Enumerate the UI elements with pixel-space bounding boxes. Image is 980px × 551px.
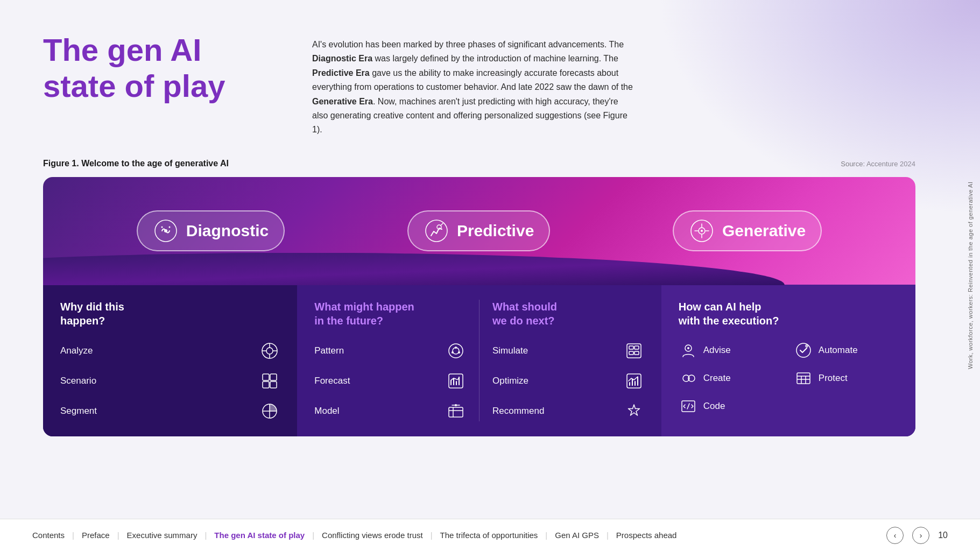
item-segment: Segment <box>60 401 280 421</box>
next-button[interactable]: › <box>912 527 929 544</box>
svg-rect-40 <box>634 351 639 355</box>
header-section: The gen AI state of play AI's evolution … <box>43 32 915 137</box>
bottom-nav: Contents | Preface | Executive summary |… <box>0 519 980 551</box>
predictive-q1: What might happenin the future? <box>314 300 466 328</box>
create-icon <box>679 369 698 388</box>
svg-point-24 <box>455 347 457 349</box>
nav-gen-ai-gps[interactable]: Gen AI GPS <box>555 531 599 540</box>
predictive-right-items: Simulate <box>492 341 644 421</box>
generative-icon <box>689 218 715 244</box>
item-pattern: Pattern <box>314 341 466 361</box>
nav-contents[interactable]: Contents <box>32 531 65 540</box>
source-text: Source: Accenture 2024 <box>841 160 915 168</box>
svg-rect-15 <box>263 374 269 380</box>
item-optimize: Optimize <box>492 371 644 391</box>
svg-point-25 <box>458 351 460 354</box>
svg-rect-16 <box>270 374 277 380</box>
predictive-left: What might happenin the future? Pattern <box>314 300 480 421</box>
era-diagnostic: Diagnostic <box>137 210 285 251</box>
item-scenario: Scenario <box>60 371 280 391</box>
figure-title: Figure 1. Welcome to the age of generati… <box>43 159 229 168</box>
svg-point-48 <box>796 343 810 357</box>
content-area: The gen AI state of play AI's evolution … <box>0 0 958 519</box>
page-title: The gen AI state of play <box>43 32 269 137</box>
page-number: 10 <box>938 531 948 540</box>
nav-executive-summary[interactable]: Executive summary <box>127 531 198 540</box>
svg-point-49 <box>805 344 808 348</box>
svg-point-3 <box>168 226 170 228</box>
segment-icon <box>259 401 280 421</box>
sep5: | <box>431 531 433 540</box>
svg-rect-52 <box>797 373 810 384</box>
sep2: | <box>117 531 119 540</box>
nav-controls: ‹ › 10 <box>886 527 948 544</box>
simulate-icon <box>624 341 644 361</box>
item-protect: Protect <box>794 369 898 388</box>
nav-trifecta[interactable]: The trifecta of opportunities <box>440 531 538 540</box>
analyze-icon <box>259 341 280 361</box>
item-automate: Automate <box>794 341 898 360</box>
item-forecast: Forecast <box>314 371 466 391</box>
svg-line-58 <box>687 404 689 409</box>
item-advise: Advise <box>679 341 783 360</box>
svg-point-1 <box>164 229 167 232</box>
predictive-q2: What shouldwe do next? <box>492 300 644 328</box>
model-icon <box>446 401 466 421</box>
item-simulate: Simulate <box>492 341 644 361</box>
item-code: Code <box>679 397 783 416</box>
svg-point-22 <box>449 344 463 358</box>
predictive-left-items: Pattern <box>314 341 466 421</box>
svg-point-8 <box>701 230 703 232</box>
era-predictive: Predictive <box>407 210 550 251</box>
svg-rect-38 <box>634 346 639 349</box>
generative-question: How can AI helpwith the execution? <box>679 300 898 328</box>
pattern-icon <box>446 341 466 361</box>
svg-point-2 <box>161 226 163 228</box>
predictive-icon <box>424 218 449 244</box>
scenario-icon <box>259 371 280 391</box>
svg-point-4 <box>426 220 447 242</box>
predictive-right: What shouldwe do next? Simulate <box>480 300 644 421</box>
sep7: | <box>607 531 609 540</box>
svg-rect-39 <box>629 351 633 355</box>
era-generative: Generative <box>673 210 822 251</box>
svg-point-10 <box>266 348 273 354</box>
svg-rect-37 <box>629 346 633 349</box>
svg-rect-32 <box>449 407 463 417</box>
svg-rect-18 <box>270 382 277 388</box>
sep1: | <box>72 531 74 540</box>
description-text: AI's evolution has been marked by three … <box>312 32 635 137</box>
sidebar-text: Work, workforce, workers: Reinvented in … <box>967 27 974 524</box>
nav-prospects[interactable]: Prospects ahead <box>616 531 677 540</box>
advise-icon <box>679 341 698 360</box>
nav-preface[interactable]: Preface <box>82 531 110 540</box>
item-model: Model <box>314 401 466 421</box>
svg-point-47 <box>687 347 689 349</box>
protect-icon <box>794 369 813 388</box>
nav-conflicting-views[interactable]: Conflicting views erode trust <box>322 531 423 540</box>
column-generative: How can AI helpwith the execution? Advis… <box>661 285 915 436</box>
sep6: | <box>545 531 547 540</box>
diagnostic-question: Why did thishappen? <box>60 300 280 328</box>
nav-gen-ai-state[interactable]: The gen AI state of play <box>214 531 305 540</box>
svg-rect-17 <box>263 382 269 388</box>
item-analyze: Analyze <box>60 341 280 361</box>
sep4: | <box>312 531 314 540</box>
optimize-icon <box>624 371 644 391</box>
svg-point-26 <box>452 351 454 354</box>
diagnostic-items: Analyze <box>60 341 280 421</box>
generative-items: Advise Automate <box>679 341 898 416</box>
item-create: Create <box>679 369 783 388</box>
nav-items: Contents | Preface | Executive summary |… <box>32 531 676 540</box>
column-predictive: What might happenin the future? Pattern <box>297 285 661 436</box>
diagram-bottom: Why did thishappen? Analyze <box>43 285 915 436</box>
forecast-icon <box>446 371 466 391</box>
sep3: | <box>205 531 207 540</box>
prev-button[interactable]: ‹ <box>886 527 904 544</box>
column-diagnostic: Why did thishappen? Analyze <box>43 285 297 436</box>
diagnostic-icon <box>153 218 179 244</box>
automate-icon <box>794 341 813 360</box>
code-icon <box>679 397 698 416</box>
diagram-top: Diagnostic Predictive <box>43 177 915 285</box>
item-recommend: Recommend <box>492 401 644 421</box>
